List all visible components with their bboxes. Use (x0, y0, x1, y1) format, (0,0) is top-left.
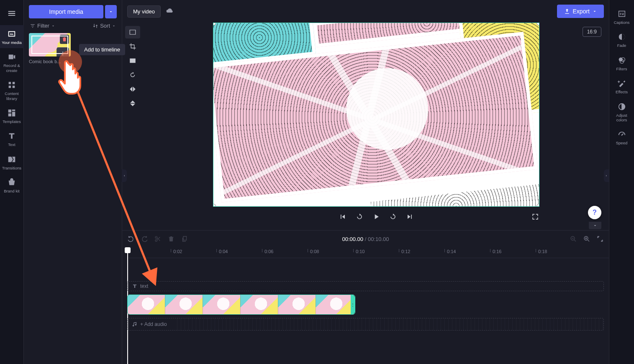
svg-point-7 (621, 135, 622, 136)
sidebar-label: Record & create (2, 63, 22, 73)
cloud-save-icon (166, 6, 174, 16)
ruler-mark: 0:04 (219, 249, 228, 254)
text-track-label: text (140, 283, 148, 289)
zoom-out-button[interactable] (570, 235, 577, 243)
top-bar: Export (122, 0, 609, 23)
text-track[interactable]: text (127, 281, 604, 291)
clip-handle-right[interactable]: ⋮ (351, 295, 355, 314)
pip-button[interactable] (125, 54, 140, 67)
ruler-mark: 0:16 (493, 249, 501, 254)
right-label: Speed (616, 141, 627, 145)
sidebar-item-content-library[interactable]: Content library (0, 76, 24, 104)
ruler-mark: 0:14 (447, 249, 456, 254)
sidebar-label: Transitions (2, 166, 21, 170)
export-label: Export (573, 8, 590, 15)
duplicate-button[interactable] (181, 235, 188, 243)
right-label: Captions (614, 20, 630, 25)
media-thumbnail[interactable] (29, 33, 71, 56)
collapse-panel-button[interactable] (122, 169, 127, 182)
preview-wrap (143, 23, 609, 230)
timeline-timecode: 00:00.00 / 00:10.00 (342, 236, 389, 242)
sidebar-label: Your media (2, 40, 22, 45)
sort-button[interactable]: Sort (92, 23, 116, 29)
undo-button[interactable] (127, 235, 135, 243)
right-label: Adjust colors (611, 113, 632, 123)
right-item-filters[interactable]: Filters (610, 51, 634, 74)
ruler-mark: 0:12 (401, 249, 410, 254)
add-to-timeline-tooltip: Add to timeline (79, 44, 125, 55)
right-item-captions[interactable]: Captions (610, 5, 634, 28)
sidebar-label: Brand kit (4, 189, 20, 193)
menu-button[interactable] (0, 5, 24, 22)
right-item-adjust-colors[interactable]: Adjust colors (610, 98, 634, 126)
right-item-fade[interactable]: Fade (610, 28, 634, 51)
sidebar-label: Templates (3, 119, 21, 124)
collapse-right-panel-button[interactable] (604, 169, 609, 182)
preview-canvas[interactable] (213, 23, 539, 207)
stage-tools (122, 23, 143, 230)
skip-start-button[interactable] (339, 213, 347, 221)
filter-label: Filter (37, 23, 49, 29)
timeline-toolbar: 00:00.00 / 00:10.00 (122, 231, 609, 247)
right-label: Filters (616, 67, 627, 71)
sidebar-item-your-media[interactable]: Your media (0, 25, 24, 48)
media-item[interactable]: Comic book b... Add to timeline (29, 33, 71, 64)
stage-container (122, 23, 609, 230)
time-ruler[interactable]: 0 0:020:040:060:080:100:120:140:160:18 (127, 247, 609, 258)
import-media-button[interactable]: Import media (29, 5, 103, 18)
step-forward-button[interactable] (389, 213, 397, 221)
rotate-button[interactable] (125, 69, 140, 81)
ruler-mark: 0:06 (264, 249, 273, 254)
help-expand-button[interactable] (589, 222, 601, 229)
filter-button[interactable]: Filter (30, 23, 55, 29)
flip-h-button[interactable] (125, 83, 140, 95)
delete-clip-button[interactable] (167, 235, 175, 243)
right-item-speed[interactable]: Speed (610, 126, 634, 149)
current-time: 00:00.00 (342, 236, 363, 242)
delete-media-button[interactable] (60, 35, 69, 44)
add-to-timeline-button[interactable] (56, 47, 69, 56)
transport-controls (213, 207, 539, 225)
export-button[interactable]: Export (557, 5, 604, 18)
split-button[interactable] (154, 235, 162, 243)
sidebar-label: Text (8, 142, 15, 147)
video-clip[interactable]: ⋮ ⋮ (127, 295, 355, 315)
fit-button[interactable] (125, 26, 140, 38)
right-label: Fade (617, 43, 626, 48)
media-panel: Import media Filter Sort Com (24, 0, 122, 364)
sidebar-label: Content library (2, 91, 22, 101)
waveform-placeholder (174, 318, 603, 330)
fullscreen-button[interactable] (531, 213, 539, 221)
skip-end-button[interactable] (406, 213, 414, 221)
clip-thumbnails (128, 295, 354, 314)
aspect-ratio-button[interactable]: 16:9 (583, 27, 601, 37)
sidebar-item-templates[interactable]: Templates (0, 104, 24, 127)
crop-button[interactable] (125, 40, 140, 53)
main-area: Export (122, 0, 609, 364)
tracks-container: text ⋮ ⋮ + Add audio (127, 258, 604, 364)
sort-label: Sort (100, 23, 110, 29)
media-item-name: Comic book b... (29, 59, 71, 64)
audio-track[interactable]: + Add audio (127, 318, 604, 331)
right-item-effects[interactable]: Effects (610, 74, 634, 97)
project-title-input[interactable] (127, 5, 161, 18)
step-back-button[interactable] (355, 213, 364, 221)
audio-track-label: + Add audio (140, 321, 167, 327)
right-label: Effects (616, 90, 628, 94)
redo-button[interactable] (141, 235, 148, 243)
ruler-mark: 0:10 (356, 249, 364, 254)
music-icon (132, 321, 138, 327)
help-button[interactable]: ? (588, 206, 601, 219)
text-icon (132, 283, 138, 289)
total-time: 00:10.00 (368, 236, 389, 242)
flip-v-button[interactable] (125, 97, 140, 110)
zoom-in-button[interactable] (583, 235, 590, 243)
sidebar-item-text[interactable]: Text (0, 127, 24, 150)
sidebar-item-record-create[interactable]: Record & create (0, 48, 24, 76)
ruler-mark: 0:08 (310, 249, 319, 254)
import-media-caret[interactable] (105, 5, 117, 18)
sidebar-item-brand-kit[interactable]: Brand kit (0, 174, 24, 197)
sidebar-item-transitions[interactable]: Transitions (0, 151, 24, 174)
play-button[interactable] (372, 213, 380, 221)
zoom-fit-button[interactable] (596, 235, 604, 243)
